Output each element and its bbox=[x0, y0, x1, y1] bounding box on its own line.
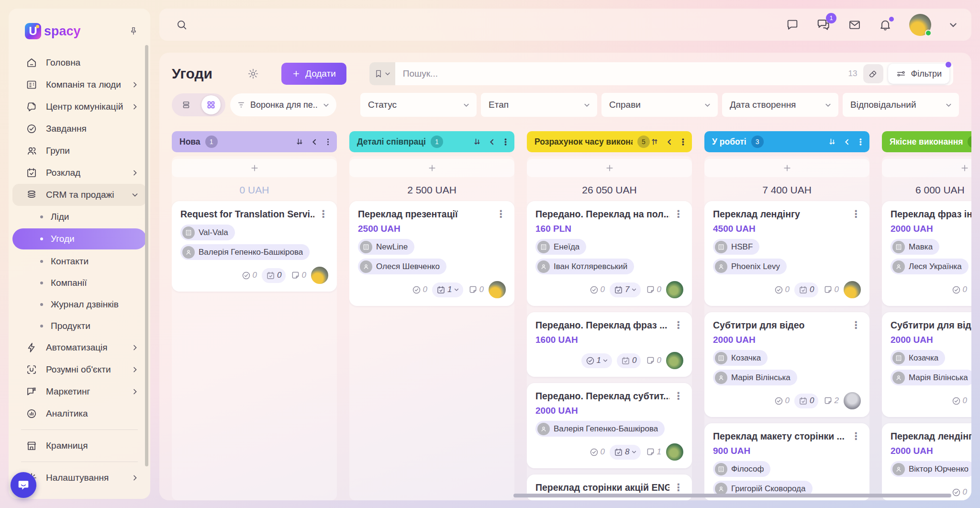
contact-chip[interactable]: Леся Українка bbox=[891, 259, 969, 274]
notes-stat[interactable]: 0 bbox=[823, 285, 839, 295]
card-menu-icon[interactable]: ⋮ bbox=[669, 391, 683, 401]
sort-icon[interactable] bbox=[650, 137, 659, 147]
deal-card[interactable]: Передано. Переклад субтит... ⋮ 2000 UAH … bbox=[527, 383, 692, 468]
notes-stat[interactable]: 0 bbox=[646, 285, 661, 295]
contact-chip[interactable]: Валерія Гепенко-Башкірова bbox=[180, 244, 310, 260]
responsible-avatar[interactable] bbox=[311, 267, 328, 284]
filter-select-created-date[interactable]: Дата створення bbox=[722, 93, 838, 117]
feed-chat-icon[interactable] bbox=[786, 18, 799, 32]
filter-select-status[interactable]: Статус bbox=[360, 93, 477, 117]
deal-card[interactable]: Передано. Переклад фраз ... ⋮ 1600 UAH 1… bbox=[527, 312, 692, 377]
sort-icon[interactable] bbox=[472, 137, 482, 147]
tasks-stat[interactable]: 0 bbox=[951, 487, 967, 497]
notes-stat[interactable]: 0 bbox=[290, 271, 306, 281]
pipeline-selector[interactable]: Воронка для пе... bbox=[230, 93, 336, 116]
company-chip[interactable]: Мавка bbox=[891, 239, 939, 255]
sidebar-item-deals[interactable]: Угоди bbox=[12, 228, 146, 249]
contact-chip[interactable]: Іван Котляревський bbox=[535, 259, 634, 274]
activities-stat[interactable]: 1 bbox=[432, 282, 463, 297]
tasks-stat[interactable]: 0 bbox=[589, 285, 605, 295]
responsible-avatar[interactable] bbox=[844, 281, 861, 298]
add-card-button[interactable] bbox=[882, 159, 971, 177]
sort-icon[interactable] bbox=[827, 137, 837, 147]
sidebar-item-smart-objects[interactable]: Розумні об'єкти bbox=[9, 359, 150, 381]
notes-stat[interactable]: 0 bbox=[646, 356, 661, 366]
deal-card[interactable]: Субтитри для відео. Ред... ⋮ 2000 UAH Ко… bbox=[882, 312, 971, 417]
card-menu-icon[interactable]: ⋮ bbox=[669, 482, 683, 492]
company-chip[interactable]: Енеїда bbox=[535, 239, 586, 255]
mail-icon[interactable] bbox=[848, 18, 861, 32]
activities-stat[interactable]: 8 bbox=[610, 445, 640, 460]
contact-chip[interactable]: Олеся Шевченко bbox=[358, 259, 446, 274]
tasks-stat[interactable]: 0 bbox=[774, 285, 790, 295]
list-view-button[interactable] bbox=[177, 95, 196, 114]
column-header[interactable]: Якісне виконання 3 bbox=[882, 131, 971, 152]
saved-filters-button[interactable] bbox=[369, 62, 395, 85]
sidebar-item-groups[interactable]: Групи bbox=[9, 140, 150, 162]
responsible-avatar[interactable] bbox=[666, 352, 683, 369]
sidebar-item-tasks[interactable]: Завдання bbox=[9, 118, 150, 140]
deal-card[interactable]: Субтитри для відео ⋮ 2000 UAH Козачка Ма… bbox=[704, 312, 869, 417]
clear-filters-eraser-icon[interactable] bbox=[863, 64, 883, 83]
contact-chip[interactable]: Валерія Гепенко-Башкірова bbox=[535, 421, 665, 437]
sidebar-item-automation[interactable]: Автоматизація bbox=[9, 337, 150, 359]
contact-chip[interactable]: Phoenix Levy bbox=[713, 259, 787, 274]
deal-card[interactable]: Переклад презентації ⋮ 2500 UAH NewLine … bbox=[349, 201, 514, 306]
add-deal-button[interactable]: Додати bbox=[281, 63, 346, 85]
filter-select-responsible[interactable]: Відповідальний bbox=[843, 93, 959, 117]
sidebar-item-store[interactable]: Крамниця bbox=[9, 435, 150, 457]
sidebar-item-products[interactable]: Продукти bbox=[9, 315, 150, 337]
search-input[interactable] bbox=[403, 68, 848, 79]
filter-select-activities[interactable]: Справи bbox=[601, 93, 718, 117]
card-menu-icon[interactable]: ⋮ bbox=[669, 320, 683, 330]
company-chip[interactable]: NewLine bbox=[358, 239, 414, 255]
activities-stat[interactable]: 0 bbox=[794, 282, 818, 297]
page-settings-gear-icon[interactable] bbox=[247, 68, 259, 80]
kanban-view-button[interactable] bbox=[201, 95, 221, 114]
filters-button[interactable]: Фільтри bbox=[888, 64, 949, 84]
tasks-stat[interactable]: 1 bbox=[581, 353, 612, 368]
column-menu-icon[interactable] bbox=[679, 138, 687, 146]
card-menu-icon[interactable]: ⋮ bbox=[847, 431, 861, 441]
sidebar-item-contacts[interactable]: Контакти bbox=[9, 250, 150, 272]
sidebar-item-communications[interactable]: Центр комунікацій bbox=[9, 96, 150, 118]
pin-sidebar-icon[interactable] bbox=[128, 26, 139, 36]
notifications-bell-icon[interactable] bbox=[879, 18, 892, 32]
global-search-icon[interactable] bbox=[176, 19, 188, 31]
card-menu-icon[interactable]: ⋮ bbox=[669, 209, 683, 219]
contact-chip[interactable]: Марія Вілінська bbox=[891, 370, 971, 385]
collapse-column-icon[interactable] bbox=[310, 138, 318, 146]
add-card-button[interactable] bbox=[349, 159, 514, 177]
sidebar-item-leads[interactable]: Ліди bbox=[9, 206, 150, 227]
activities-stat[interactable]: 7 bbox=[610, 282, 640, 297]
sidebar-item-crm[interactable]: CRM та продажі bbox=[12, 184, 146, 206]
notes-stat[interactable]: 0 bbox=[468, 285, 484, 295]
column-header[interactable]: Деталі співпраці 1 bbox=[349, 131, 514, 152]
add-card-button[interactable] bbox=[527, 159, 692, 177]
responsible-avatar[interactable] bbox=[666, 443, 683, 461]
activities-stat[interactable]: 0 bbox=[262, 268, 285, 283]
tasks-stat[interactable]: 0 bbox=[951, 285, 967, 295]
collapse-column-icon[interactable] bbox=[843, 138, 851, 146]
user-avatar[interactable] bbox=[909, 14, 931, 36]
column-menu-icon[interactable] bbox=[501, 138, 510, 146]
column-menu-icon[interactable] bbox=[857, 138, 865, 146]
support-chat-fab[interactable] bbox=[11, 472, 36, 498]
sidebar-item-home[interactable]: Головна bbox=[9, 52, 150, 74]
sidebar-item-marketing[interactable]: Маркетинг bbox=[9, 381, 150, 403]
deal-card[interactable]: Request for Translation Servi... ⋮ Val-V… bbox=[172, 201, 337, 292]
contact-chip[interactable]: Марія Вілінська bbox=[713, 370, 797, 385]
company-chip[interactable]: Козачка bbox=[713, 350, 768, 366]
tasks-stat[interactable]: 0 bbox=[951, 396, 967, 406]
tasks-stat[interactable]: 0 bbox=[412, 285, 427, 295]
sidebar-item-schedule[interactable]: Розклад bbox=[9, 162, 150, 184]
horizontal-scrollbar[interactable] bbox=[513, 494, 951, 497]
deal-card[interactable]: Переклад лендінгу ⋮ 4500 UAH HSBF Phoeni… bbox=[704, 201, 869, 306]
card-menu-icon[interactable]: ⋮ bbox=[314, 209, 328, 219]
sidebar-item-company-people[interactable]: Компанія та люди bbox=[9, 74, 150, 96]
notes-stat[interactable]: 1 bbox=[646, 447, 661, 457]
company-chip[interactable]: Козачка bbox=[891, 350, 945, 366]
sidebar-item-companies[interactable]: Компанії bbox=[9, 272, 150, 294]
column-menu-icon[interactable] bbox=[324, 138, 332, 146]
tasks-stat[interactable]: 0 bbox=[589, 447, 605, 457]
